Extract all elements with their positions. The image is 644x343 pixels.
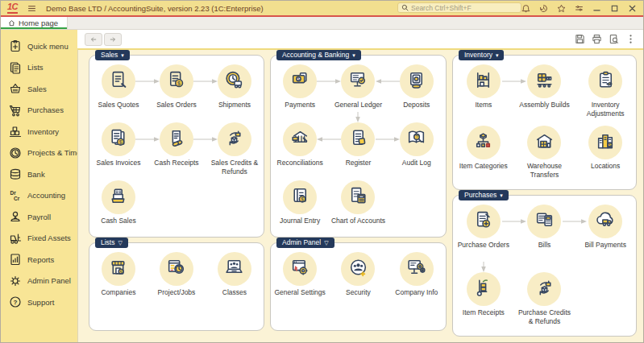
panel-sales: Sales▾Sales Quotes$Sales OrdersShipments… (89, 55, 264, 238)
item-label: Journal Entry (280, 217, 320, 225)
sidebar-item-quick-menu[interactable]: Quick menu (1, 35, 77, 57)
sidebar-item-projects-time[interactable]: Projects & Time (1, 143, 77, 164)
item-label: Companies (101, 288, 135, 297)
item-general-settings[interactable]: General Settings (271, 252, 329, 326)
sidebar-item-payroll[interactable]: Payroll (1, 206, 77, 228)
item-assembly-builds[interactable]: Assembly Builds (514, 64, 575, 126)
sidebar-item-fixed-assets[interactable]: Fixed Assets (1, 228, 77, 250)
item-label: Sales Invoices (97, 159, 141, 167)
item-label: Security (346, 288, 371, 297)
item-payments[interactable]: $Payments (271, 64, 329, 122)
item-shipments[interactable]: Shipments (206, 64, 264, 122)
item-item-categories[interactable]: Item Categories (453, 126, 514, 187)
panel-header-lists[interactable]: Lists▽ (95, 238, 128, 248)
favorites-star-icon[interactable] (556, 3, 566, 13)
sidebar-item-label: Bank (27, 170, 45, 179)
panel-title: Purchases (464, 191, 497, 199)
sidebar-item-label: Projects & Time (27, 148, 81, 157)
print-icon[interactable] (592, 34, 602, 44)
item-deposits[interactable]: Deposits (388, 64, 446, 122)
sidebar-item-lists[interactable]: Lists (1, 57, 77, 79)
panel-row: General SettingsSecurityCompany Info (271, 252, 446, 326)
item-bill-payments[interactable]: Bill Payments (575, 205, 636, 272)
sidebar-item-inventory[interactable]: Inventory (1, 121, 77, 143)
sidebar-item-reports[interactable]: Reports (1, 249, 77, 271)
item-label: Audit Log (402, 159, 431, 167)
item-companies[interactable]: $Companies (89, 252, 147, 326)
item-classes[interactable]: Classes (206, 252, 264, 326)
sidebar-item-sales[interactable]: Sales (1, 78, 77, 100)
item-item-receipts[interactable]: Item Receipts (453, 272, 514, 340)
item-purchase-orders[interactable]: Purchase Orders (453, 205, 514, 272)
item-circle (160, 122, 193, 156)
item-bills[interactable]: Bills (514, 205, 575, 272)
tab-home-page[interactable]: Home page (1, 17, 68, 29)
item-label: Cash Receipts (154, 159, 198, 167)
sidebar-item-label: Purchases (27, 105, 64, 114)
back-button[interactable] (85, 33, 102, 46)
1c-logo[interactable]: 1С (7, 2, 18, 14)
item-sales-invoices[interactable]: $Sales Invoices (89, 122, 147, 180)
forward-button[interactable] (104, 33, 122, 46)
main-menu-icon[interactable] (27, 3, 36, 13)
item-label: Cash Sales (101, 217, 135, 225)
item-cash-sales[interactable]: Cash Sales (89, 180, 147, 238)
assembly-icon (534, 69, 555, 94)
item-project-jobs[interactable]: Project/Jobs (147, 252, 206, 326)
more-menu-icon[interactable] (625, 34, 636, 44)
item-purchase-credits-refunds[interactable]: Purchase Credits & Refunds (514, 272, 575, 340)
item-general-ledger[interactable]: General Ledger (329, 64, 387, 122)
sidebar-item-admin-panel[interactable]: Admin Panel (1, 271, 77, 292)
item-circle (467, 126, 501, 159)
global-search (397, 2, 521, 13)
panel-header-sales[interactable]: Sales▾ (95, 50, 130, 60)
maximize-icon[interactable] (609, 3, 619, 13)
sidebar-item-bank[interactable]: Bank (1, 163, 77, 185)
item-warehouse-transfers[interactable]: Warehouse Transfers (514, 126, 575, 187)
item-audit-log[interactable]: ?Audit Log (388, 122, 446, 180)
home-page-content: Sales▾Sales Quotes$Sales OrdersShipments… (77, 48, 643, 343)
item-circle (160, 252, 193, 286)
item-company-info[interactable]: Company Info (388, 252, 446, 326)
lists-icon (9, 61, 22, 74)
panel-header-admin-panel[interactable]: Admin Panel▽ (276, 238, 334, 248)
item-inventory-adjustments[interactable]: Inventory Adjustments (575, 64, 636, 126)
item-label: Company Info (395, 288, 438, 297)
item-cash-receipts[interactable]: Cash Receipts (147, 122, 206, 180)
panel-row: Purchase OrdersBillsBill Payments (453, 205, 636, 272)
close-icon[interactable] (627, 3, 637, 13)
save-icon[interactable] (575, 34, 585, 44)
cycle-icon (534, 277, 555, 302)
item-journal-entry[interactable]: $Journal Entry (271, 180, 329, 238)
panel-header-accounting-banking[interactable]: Accounting & Banking▾ (276, 50, 361, 60)
item-circle (467, 205, 501, 238)
history-icon[interactable] (538, 3, 548, 13)
board-clock-icon (165, 257, 187, 282)
item-label: Items (475, 101, 492, 110)
doc-dollar-icon: $ (165, 69, 187, 94)
item-locations[interactable]: $Locations (575, 126, 636, 187)
item-items[interactable]: Items (453, 64, 514, 126)
sidebar-item-purchases[interactable]: Purchases (1, 100, 77, 122)
sidebar-item-support[interactable]: ?Support (1, 291, 77, 313)
item-security[interactable]: Security (329, 252, 387, 326)
minimize-icon[interactable] (592, 3, 601, 13)
item-reconciliations[interactable]: Reconciliations (271, 122, 329, 180)
panel-title: Lists (101, 238, 114, 246)
item-label: Purchase Credits & Refunds (516, 308, 572, 325)
item-circle (341, 64, 375, 98)
search-input[interactable] (409, 4, 517, 12)
item-sales-orders[interactable]: $Sales Orders (147, 64, 206, 122)
item-sales-credits-refunds[interactable]: Sales Credits & Refunds (206, 122, 264, 180)
preview-icon[interactable] (609, 34, 619, 44)
sidebar-item-accounting[interactable]: DrCrAccounting (1, 185, 77, 207)
item-register[interactable]: Register (329, 122, 387, 180)
panel-header-purchases[interactable]: Purchases▾ (459, 190, 509, 200)
item-chart-of-accounts[interactable]: Chart of Accounts (329, 180, 387, 238)
panel-header-inventory[interactable]: Inventory▾ (459, 50, 504, 60)
item-sales-quotes[interactable]: Sales Quotes (89, 64, 147, 122)
service-menu-icon[interactable] (574, 3, 584, 13)
panel-row: Item CategoriesWarehouse Transfers$Locat… (453, 126, 636, 187)
notifications-icon[interactable] (521, 3, 530, 13)
tab-bar: Home page (1, 17, 643, 30)
